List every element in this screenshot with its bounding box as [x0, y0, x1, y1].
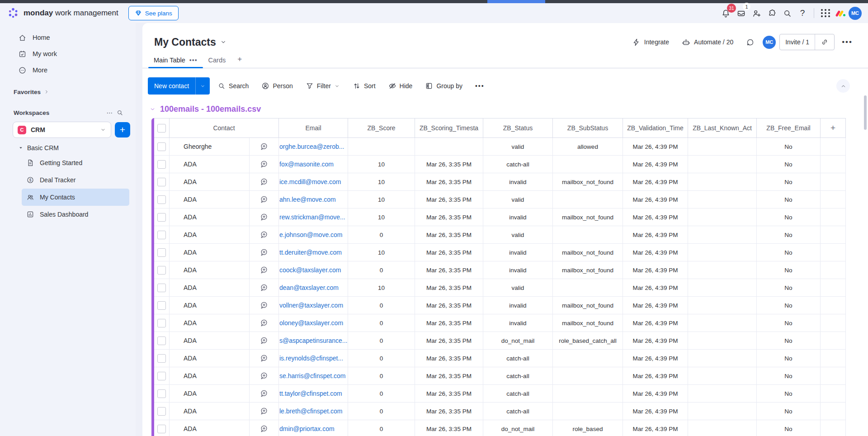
cell-zb-substatus[interactable] [553, 279, 623, 297]
cell-contact[interactable]: ADA [170, 332, 250, 350]
cell-zb-last-known-activity[interactable] [688, 156, 757, 173]
cell-zb-validation-time[interactable]: Mar 26, 4:39 PM [623, 350, 688, 367]
automate-button[interactable]: Automate / 20 [677, 35, 738, 49]
cell-contact[interactable]: ADA [170, 403, 250, 420]
filter-button[interactable]: Filter [301, 78, 345, 94]
cell-zb-validation-time[interactable]: Mar 26, 4:39 PM [623, 156, 688, 173]
cell-zb-validation-time[interactable]: Mar 26, 4:39 PM [623, 138, 688, 156]
cell-zb-last-known-activity[interactable] [688, 138, 757, 156]
cell-zb-last-known-activity[interactable] [688, 173, 757, 191]
cell-zb-scoring-timestamp[interactable]: Mar 26, 3:35 PM [415, 367, 483, 385]
cell-zb-free-email[interactable]: No [757, 173, 821, 191]
column-header-contact[interactable]: Contact [170, 118, 279, 138]
cell-contact[interactable]: ADA [170, 297, 250, 314]
cell-zb-validation-time[interactable]: Mar 26, 4:39 PM [623, 244, 688, 261]
apps-marketplace-button[interactable] [764, 5, 779, 21]
cell-zb-free-email[interactable]: No [757, 385, 821, 403]
cell-zb-last-known-activity[interactable] [688, 314, 757, 332]
cell-email[interactable]: ahn.lee@move.com [279, 191, 348, 209]
cell-zb-validation-time[interactable]: Mar 26, 4:39 PM [623, 314, 688, 332]
open-item-chat-button[interactable] [250, 226, 279, 244]
column-header-zb-validation-time[interactable]: ZB_Validation_Time [623, 118, 688, 138]
cell-contact[interactable]: ADA [170, 420, 250, 436]
cell-contact[interactable]: ADA [170, 191, 250, 209]
cell-contact[interactable]: ADA [170, 244, 250, 261]
cell-zb-free-email[interactable]: No [757, 138, 821, 156]
cell-email[interactable]: le.breth@cfinspet.com [279, 403, 348, 420]
tab-cards[interactable]: Cards [203, 57, 231, 68]
cell-zb-score[interactable]: 0 [348, 403, 415, 420]
cell-zb-score[interactable]: 0 [348, 261, 415, 279]
cell-zb-last-known-activity[interactable] [688, 332, 757, 350]
cell-zb-free-email[interactable]: No [757, 156, 821, 173]
cell-zb-validation-time[interactable]: Mar 26, 4:39 PM [623, 297, 688, 314]
toolbar-more-button[interactable]: ••• [470, 79, 490, 93]
cell-zb-substatus[interactable]: mailbox_not_found [553, 173, 623, 191]
cell-zb-free-email[interactable]: No [757, 297, 821, 314]
cell-zb-free-email[interactable]: No [757, 244, 821, 261]
cell-zb-status[interactable]: valid [483, 279, 553, 297]
cell-zb-substatus[interactable]: mailbox_not_found [553, 297, 623, 314]
cell-zb-scoring-timestamp[interactable] [415, 138, 483, 156]
cell-zb-scoring-timestamp[interactable]: Mar 26, 3:35 PM [415, 226, 483, 244]
cell-zb-free-email[interactable]: No [757, 314, 821, 332]
cell-zb-status[interactable]: catch-all [483, 367, 553, 385]
inbox-button[interactable]: 1 [733, 5, 749, 21]
cell-zb-status[interactable]: valid [483, 226, 553, 244]
sidebar-board-sales-dashboard[interactable]: Sales Dashboard [22, 206, 129, 223]
cell-zb-score[interactable]: 10 [348, 191, 415, 209]
cell-zb-free-email[interactable]: No [757, 403, 821, 420]
column-header-email[interactable]: Email [279, 118, 348, 138]
cell-zb-score[interactable]: 10 [348, 279, 415, 297]
cell-email[interactable]: is.reynolds@cfinspet... [279, 350, 348, 367]
cell-contact[interactable]: Gheorghe [170, 138, 250, 156]
group-by-button[interactable]: Group by [420, 78, 467, 94]
cell-email[interactable]: coock@taxslayer.com [279, 261, 348, 279]
open-item-chat-button[interactable] [250, 385, 279, 403]
open-item-chat-button[interactable] [250, 297, 279, 314]
cell-zb-status[interactable]: catch-all [483, 350, 553, 367]
row-checkbox[interactable] [157, 301, 166, 310]
product-switcher-button[interactable] [818, 5, 833, 21]
cell-zb-free-email[interactable]: No [757, 191, 821, 209]
cell-contact[interactable]: ADA [170, 279, 250, 297]
row-checkbox[interactable] [157, 372, 166, 380]
board-title[interactable]: My Contacts [154, 36, 227, 48]
cell-zb-scoring-timestamp[interactable]: Mar 26, 3:35 PM [415, 173, 483, 191]
cell-zb-scoring-timestamp[interactable]: Mar 26, 3:35 PM [415, 403, 483, 420]
cell-zb-last-known-activity[interactable] [688, 403, 757, 420]
cell-zb-substatus[interactable]: mailbox_not_found [553, 261, 623, 279]
favorites-section[interactable]: Favorites [14, 87, 131, 96]
board-options-button[interactable]: ••• [838, 36, 856, 48]
row-checkbox[interactable] [157, 284, 166, 292]
row-checkbox[interactable] [157, 231, 166, 239]
cell-zb-validation-time[interactable]: Mar 26, 4:39 PM [623, 191, 688, 209]
tab-main-table[interactable]: Main Table ••• [148, 57, 203, 68]
column-header-zb-scoring-timestamp[interactable]: ZB_Scoring_Timesta [415, 118, 483, 138]
open-item-chat-button[interactable] [250, 138, 279, 156]
sidebar-item-home[interactable]: Home [13, 29, 131, 46]
sidebar-item-my-work[interactable]: My work [13, 46, 131, 62]
cell-zb-substatus[interactable] [553, 156, 623, 173]
cell-zb-last-known-activity[interactable] [688, 420, 757, 436]
cell-zb-status[interactable]: valid [483, 138, 553, 156]
cell-zb-scoring-timestamp[interactable]: Mar 26, 3:35 PM [415, 332, 483, 350]
cell-zb-status[interactable]: do_not_mail [483, 420, 553, 436]
cell-zb-last-known-activity[interactable] [688, 279, 757, 297]
cell-zb-scoring-timestamp[interactable]: Mar 26, 3:35 PM [415, 385, 483, 403]
cell-zb-scoring-timestamp[interactable]: Mar 26, 3:35 PM [415, 350, 483, 367]
cell-zb-validation-time[interactable]: Mar 26, 4:39 PM [623, 385, 688, 403]
see-plans-button[interactable]: See plans [128, 6, 179, 20]
collapse-header-button[interactable] [836, 79, 850, 93]
copy-board-link-button[interactable] [815, 34, 834, 50]
cell-zb-substatus[interactable]: mailbox_not_found [553, 209, 623, 226]
cell-zb-scoring-timestamp[interactable]: Mar 26, 3:35 PM [415, 261, 483, 279]
cell-zb-substatus[interactable]: role_based_catch_all [553, 332, 623, 350]
row-checkbox[interactable] [157, 407, 166, 416]
cell-zb-validation-time[interactable]: Mar 26, 4:39 PM [623, 226, 688, 244]
cell-zb-score[interactable]: 0 [348, 420, 415, 436]
cell-zb-substatus[interactable]: mailbox_not_found [553, 314, 623, 332]
cell-zb-scoring-timestamp[interactable]: Mar 26, 3:35 PM [415, 156, 483, 173]
sidebar-board-my-contacts[interactable]: My Contacts [22, 189, 129, 206]
cell-zb-status[interactable]: invalid [483, 314, 553, 332]
